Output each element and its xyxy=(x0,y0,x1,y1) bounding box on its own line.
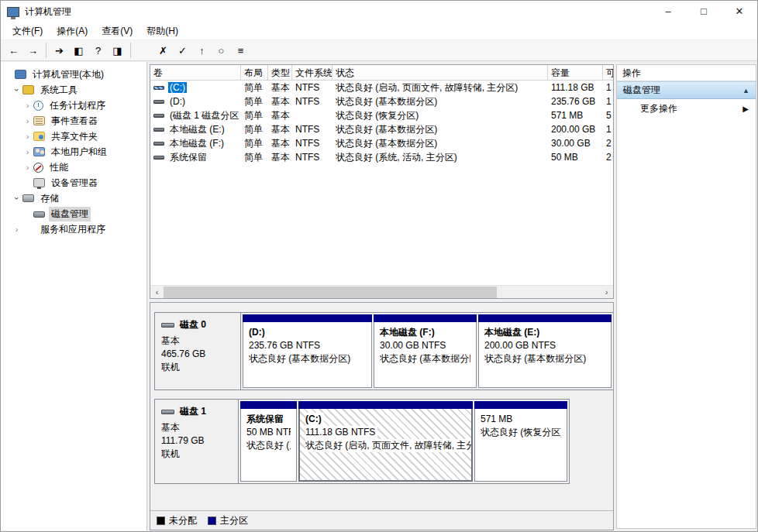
users-icon xyxy=(33,147,45,156)
legend-swatch xyxy=(208,517,216,525)
tree-item[interactable]: › 共享文件夹 xyxy=(1,129,146,144)
column-filesystem[interactable]: 文件系统 xyxy=(292,65,332,80)
partition-box[interactable]: 571 MB 状态良好 (恢复分区) xyxy=(474,401,567,482)
show-tree-icon[interactable]: ◧ xyxy=(71,43,87,59)
volume-name[interactable]: 系统保留 xyxy=(168,152,208,163)
volume-cell[interactable]: (C:) xyxy=(150,81,241,94)
close-button[interactable]: ✕ xyxy=(722,1,757,22)
chevron-icon[interactable]: › xyxy=(22,116,33,125)
export-icon[interactable]: ➔ xyxy=(51,43,67,59)
tree-item-label[interactable]: 任务计划程序 xyxy=(47,98,108,113)
tree-item[interactable]: 计算机管理(本地) xyxy=(1,67,146,82)
column-layout[interactable]: 布局 xyxy=(241,65,268,80)
partition-box[interactable]: 本地磁盘 (E:) 200.00 GB NTFS 状态良好 (基本数据分区) xyxy=(478,314,612,388)
menu-help[interactable]: 帮助(H) xyxy=(140,22,185,40)
volume-cell[interactable]: (磁盘 1 磁盘分区 3) xyxy=(150,108,241,122)
partition-title: 本地磁盘 (E:) xyxy=(484,326,605,339)
tree-item-label[interactable]: 系统工具 xyxy=(38,83,80,98)
volume-row[interactable]: 本地磁盘 (E:) 简单 基本 NTFS 状态良好 (基本数据分区) 200.0… xyxy=(150,122,613,136)
volume-name[interactable]: (磁盘 1 磁盘分区 3) xyxy=(168,110,241,121)
delete-icon[interactable]: ✗ xyxy=(155,43,171,59)
drive-icon[interactable] xyxy=(136,43,152,59)
volume-row[interactable]: (磁盘 1 磁盘分区 3) 简单 基本 状态良好 (恢复分区) 571 MB 5 xyxy=(150,108,613,122)
chevron-icon[interactable]: › xyxy=(22,132,33,141)
tree-item[interactable]: › 服务和应用程序 xyxy=(1,221,146,237)
chevron-icon[interactable]: › xyxy=(12,225,22,234)
menu-action[interactable]: 操作(A) xyxy=(50,22,95,40)
volume-name[interactable]: (C:) xyxy=(168,82,187,93)
volume-name[interactable]: 本地磁盘 (F:) xyxy=(168,138,226,149)
volume-name[interactable]: 本地磁盘 (E:) xyxy=(168,124,226,135)
chevron-icon[interactable]: › xyxy=(22,101,33,110)
horizontal-scrollbar[interactable]: ‹ › xyxy=(150,285,613,298)
tree-item[interactable]: › 性能 xyxy=(1,160,146,175)
show-actions-icon[interactable]: ◨ xyxy=(109,43,126,59)
scrollbar-thumb[interactable] xyxy=(164,287,497,298)
tree-item[interactable]: › 存储 xyxy=(1,190,146,206)
tree-item-label[interactable]: 事件查看器 xyxy=(49,114,100,129)
volume-row[interactable]: (D:) 简单 基本 NTFS 状态良好 (基本数据分区) 235.76 GB … xyxy=(150,94,613,108)
column-free-truncated[interactable]: 可 xyxy=(603,65,613,80)
column-capacity[interactable]: 容量 xyxy=(548,65,603,80)
tree-item-label[interactable]: 性能 xyxy=(47,160,71,175)
tree-item-label[interactable]: 服务和应用程序 xyxy=(38,222,108,237)
tree-item-label[interactable]: 本地用户和组 xyxy=(49,145,109,160)
menu-view[interactable]: 查看(V) xyxy=(95,22,140,40)
folder-up-icon[interactable]: ↑ xyxy=(194,43,210,59)
capacity-cell: 50 MB xyxy=(548,150,603,164)
back-icon[interactable]: ← xyxy=(5,43,22,59)
volume-cell[interactable]: 本地磁盘 (F:) xyxy=(150,136,241,150)
tree-item-label[interactable]: 共享文件夹 xyxy=(49,129,100,144)
tree-item-label[interactable]: 磁盘管理 xyxy=(49,207,91,221)
chevron-icon[interactable]: › xyxy=(12,85,22,95)
properties-icon[interactable]: ≡ xyxy=(233,43,249,59)
volume-cell[interactable]: 本地磁盘 (E:) xyxy=(150,122,241,136)
chevron-icon[interactable]: › xyxy=(22,147,33,156)
volume-cell[interactable]: (D:) xyxy=(150,94,241,108)
filesystem-cell: NTFS xyxy=(292,81,332,94)
tree-item[interactable]: › 系统工具 xyxy=(1,82,146,98)
scroll-left-icon[interactable]: ‹ xyxy=(150,286,164,299)
volume-name[interactable]: (D:) xyxy=(168,96,187,107)
disk-1-info[interactable]: 磁盘 1 基本 111.79 GB 联机 xyxy=(155,400,239,483)
help-icon[interactable]: ? xyxy=(90,43,106,59)
column-volume[interactable]: 卷 xyxy=(150,65,241,80)
collapse-caret-icon[interactable]: ▲ xyxy=(742,87,749,94)
scroll-right-icon[interactable]: › xyxy=(600,286,613,299)
forward-icon[interactable]: → xyxy=(25,43,41,59)
partition-box[interactable]: 系统保留 50 MB NTFS 状态良好 (系统, 活动, 主分区) xyxy=(240,401,297,482)
chevron-icon[interactable]: › xyxy=(12,194,22,204)
tree-item[interactable]: 设备管理器 xyxy=(1,175,146,190)
partition-box[interactable]: (C:) 111.18 GB NTFS 状态良好 (启动, 页面文件, 故障转储… xyxy=(298,401,473,482)
tree-item[interactable]: 磁盘管理 xyxy=(1,206,146,221)
more-actions-item[interactable]: 更多操作 ▶ xyxy=(617,99,756,118)
capacity-cell: 200.00 GB xyxy=(548,122,603,136)
column-status[interactable]: 状态 xyxy=(332,65,548,80)
menu-file[interactable]: 文件(F) xyxy=(5,22,50,40)
minimize-button[interactable]: – xyxy=(650,1,686,22)
tree-item-label[interactable]: 设备管理器 xyxy=(49,176,100,190)
volume-row[interactable]: 本地磁盘 (F:) 简单 基本 NTFS 状态良好 (基本数据分区) 30.00… xyxy=(150,136,613,150)
tree-item-label[interactable]: 存储 xyxy=(38,191,61,206)
disk-0-row: 磁盘 0 基本 465.76 GB 联机 (D:) 235.76 GB NTFS xyxy=(154,312,614,390)
tree-item[interactable]: › 任务计划程序 xyxy=(1,98,146,113)
chevron-icon[interactable]: › xyxy=(22,163,33,172)
volume-row[interactable]: (C:) 简单 基本 NTFS 状态良好 (启动, 页面文件, 故障转储, 主分… xyxy=(150,81,613,94)
partition-box[interactable]: (D:) 235.76 GB NTFS 状态良好 (基本数据分区) xyxy=(243,314,372,388)
maximize-button[interactable]: □ xyxy=(686,1,722,22)
main-area: 计算机管理(本地) › 系统工具 › 任务计划程序 › 事件查看器 › 共享文件… xyxy=(1,62,757,530)
disk-management-group[interactable]: 磁盘管理 ▲ xyxy=(617,81,756,99)
column-type[interactable]: 类型 xyxy=(268,65,292,80)
tree-item-label[interactable]: 计算机管理(本地) xyxy=(30,67,106,82)
tree-item[interactable]: › 事件查看器 xyxy=(1,113,146,129)
folder-find-icon[interactable]: ○ xyxy=(213,43,229,59)
disk-0-info[interactable]: 磁盘 0 基本 465.76 GB 联机 xyxy=(155,313,241,390)
volume-cell[interactable]: 系统保留 xyxy=(150,150,241,164)
volume-row[interactable]: 系统保留 简单 基本 NTFS 状态良好 (系统, 活动, 主分区) 50 MB… xyxy=(150,150,613,164)
capacity-cell: 235.76 GB xyxy=(548,94,603,108)
tree-item[interactable]: › 本地用户和组 xyxy=(1,144,146,160)
check-doc-icon[interactable]: ✓ xyxy=(174,43,191,59)
volume-drive-icon xyxy=(153,86,164,90)
disk-name: 磁盘 0 xyxy=(180,318,206,331)
partition-box[interactable]: 本地磁盘 (F:) 30.00 GB NTFS 状态良好 (基本数据分区) xyxy=(374,314,477,388)
